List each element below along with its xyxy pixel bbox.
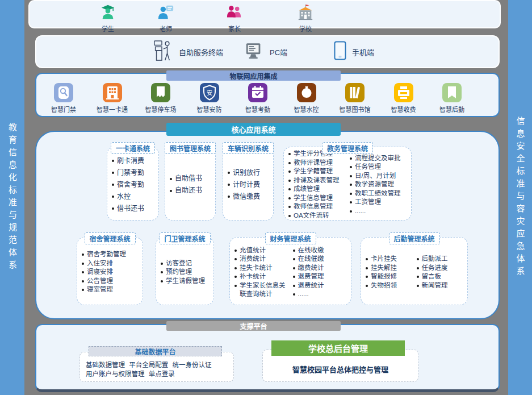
bullet-icon: [417, 258, 419, 260]
list-item: 门禁考勤: [112, 167, 157, 179]
access-control-icon: [54, 83, 73, 102]
list-item-label: 留言板: [422, 272, 442, 281]
system-items-column: 刷卡消费门禁考勤宿舍考勤水控借书还书: [112, 152, 157, 218]
list-item: 自助借书: [170, 173, 214, 185]
system-box-academic: 教务管理系统 学生评分管理教师评课管理学生学籍管理排课及课表管理成绩管理学生信息…: [283, 147, 412, 221]
system-items-column: 自助借书自助还书: [170, 152, 214, 218]
list-item-label: ......: [355, 207, 366, 216]
system-items-column: 识别放行计时计费微信缴费: [228, 152, 272, 218]
diagram-main-area: 学生 老师 家长 学校 自助服务终端: [24, 0, 508, 395]
list-item-label: ......: [298, 290, 309, 299]
bullet-icon: [228, 172, 230, 174]
kiosk-icon: [152, 39, 173, 64]
list-item-label: OA文件流转: [294, 211, 329, 221]
list-item: 教师评课管理: [288, 159, 349, 168]
svg-text:安: 安: [207, 89, 212, 96]
list-item: 寝室管理: [82, 285, 141, 294]
user-item-school: 学校: [282, 3, 329, 33]
list-item-label: 任务管理: [355, 163, 381, 172]
device-item-mobile: 手机端: [334, 36, 374, 67]
list-item: 学生请假管理: [161, 277, 212, 286]
list-item-label: 自助还书: [175, 185, 202, 197]
student-icon: [99, 3, 116, 23]
iot-item-logistics: 智慧后勤: [434, 83, 470, 114]
device-item-label: 自助服务终端: [179, 47, 223, 57]
water-control-icon: [297, 83, 316, 102]
list-item: 刷卡消费: [112, 155, 157, 167]
list-item: 消费统计: [234, 255, 292, 264]
list-item: 新闻管理: [417, 281, 467, 290]
list-item-label: 学生学籍管理: [294, 167, 333, 176]
bullet-icon: [234, 267, 237, 269]
iot-item-label: 智慧图书馆: [340, 105, 371, 114]
list-item: 识别放行: [228, 167, 272, 179]
system-items-column: 学生评分管理教师评课管理学生学籍管理排课及课表管理成绩管理学生信息管理教师信息管…: [288, 152, 349, 218]
payment-printer-icon: [394, 83, 413, 102]
iot-item-label: 智慧门禁: [51, 105, 76, 114]
bullet-icon: [228, 196, 230, 198]
bullet-icon: [82, 271, 84, 273]
bullet-icon: [293, 285, 295, 287]
bullet-icon: [288, 153, 291, 155]
bullet-icon: [350, 175, 352, 177]
list-item: 公告管理: [82, 277, 141, 286]
list-item-label: 宿舍考勤: [117, 179, 144, 191]
system-box-onecard: 一卡通系统 刷卡消费门禁考勤宿舍考勤水控借书还书: [107, 147, 159, 221]
list-item-label: 补卡统计: [240, 272, 266, 281]
bullet-icon: [366, 285, 368, 287]
system-body: 访客登记预约管理学生请假管理: [156, 238, 213, 305]
support-panel: 基础数据平台 基础数据管理 平台全局配置 统一身份认证 用户账户与权限管理 单点…: [35, 324, 500, 392]
bullet-icon: [288, 180, 291, 182]
user-item-teacher: 老师: [142, 3, 190, 33]
list-item: 退费统计: [293, 281, 350, 290]
list-item-label: 教职工绩效管理: [355, 189, 401, 198]
list-item-label: 教师信息管理: [294, 202, 333, 211]
bullet-icon: [234, 285, 237, 287]
iot-item-payment: 智慧收费: [386, 83, 422, 114]
list-item-label: 智能报修: [371, 272, 397, 281]
users-panel: 学生 老师 家长 学校: [28, 0, 501, 28]
list-item: ......: [293, 290, 350, 299]
list-item: 智能报修: [366, 272, 416, 281]
bullet-icon: [293, 276, 295, 278]
bullet-icon: [228, 184, 230, 186]
list-item-label: 调寝安排: [87, 268, 113, 277]
bullet-icon: [112, 160, 114, 162]
bullet-icon: [234, 276, 237, 278]
list-item-label: 成绩管理: [294, 185, 320, 194]
system-box-gatekeeper: 门卫管理系统 访客登记预约管理学生请假管理: [156, 237, 214, 305]
bullet-icon: [234, 250, 237, 252]
bullet-icon: [161, 280, 163, 282]
parents-icon: [226, 3, 243, 23]
base-platform-line: 基础数据管理 平台全局配置 统一身份认证: [86, 360, 230, 369]
core-systems-panel: 一卡通系统 刷卡消费门禁考勤宿舍考勤水控借书还书 图书管理系统 自助借书自助还书…: [35, 131, 500, 319]
bullet-icon: [288, 188, 291, 190]
list-item-label: 识别放行: [233, 167, 260, 179]
teacher-icon: [157, 3, 174, 23]
list-item-label: 教学资源管理: [355, 180, 394, 189]
core-section-header: 核心应用系统: [166, 123, 341, 136]
bullet-icon: [170, 178, 172, 180]
iot-item-onecard: 智慧一卡通: [94, 83, 131, 114]
list-item: 宿舍考勤管理: [82, 250, 141, 259]
list-item-label: 挂失卡统计: [240, 264, 273, 273]
system-box-vehicle: 车辆识别系统 识别放行计时计费微信缴费: [223, 147, 274, 221]
system-body: 识别放行计时计费微信缴费: [223, 147, 273, 220]
list-item: 失物招领: [366, 281, 416, 290]
device-item-pc: PC端: [245, 36, 287, 67]
list-item: 教学资源管理: [350, 180, 410, 189]
list-item: 自助还书: [170, 185, 214, 197]
system-items-column: 后勤派工任务进度留言板新闻管理: [417, 242, 467, 302]
right-sidebar-label: 信息安全标准与容灾应急体系: [514, 117, 526, 279]
list-item: 任务管理: [350, 163, 410, 172]
bullet-icon: [288, 197, 291, 199]
bullet-icon: [417, 267, 419, 269]
list-item-label: 门禁考勤: [117, 167, 144, 179]
iot-item-parking: 智慧停车场: [143, 83, 179, 114]
system-body: 宿舍考勤管理入住安排调寝安排公告管理寝室管理: [77, 238, 143, 305]
list-item: 留言板: [417, 272, 467, 281]
list-item: 充值统计: [234, 246, 292, 255]
school-admin-header: 学校总后台管理: [271, 340, 405, 356]
system-items-column: 宿舍考勤管理入住安排调寝安排公告管理寝室管理: [82, 242, 141, 302]
school-icon: [296, 3, 315, 23]
